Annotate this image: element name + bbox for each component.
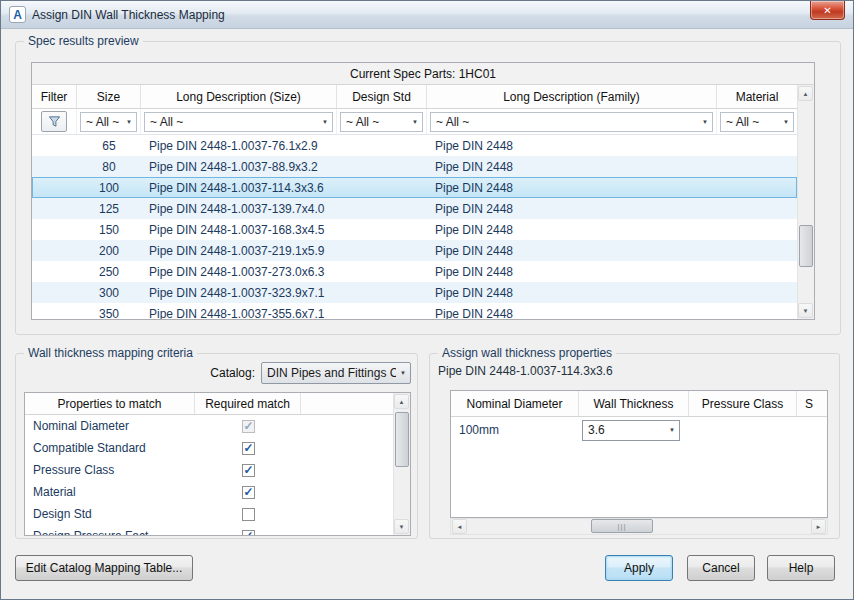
cell-size: 350 — [77, 303, 141, 319]
cell-size: 80 — [77, 156, 141, 177]
required-match-checkbox[interactable] — [242, 508, 255, 521]
selected-part-name: Pipe DIN 2448-1.0037-114.3x3.6 — [438, 364, 613, 378]
scrollbar-thumb[interactable] — [799, 225, 813, 267]
required-match-checkbox[interactable] — [242, 486, 255, 499]
property-label: Nominal Diameter — [25, 415, 195, 437]
criteria-vertical-scrollbar[interactable]: ▲ ▼ — [393, 393, 410, 535]
cell-design-std — [337, 282, 427, 303]
cell-long-description-size: Pipe DIN 2448-1.0037-273.0x6.3 — [141, 261, 337, 282]
cell-size: 200 — [77, 240, 141, 261]
column-header-pressure-class: Pressure Class — [689, 391, 797, 416]
assign-wall-thickness-properties-group: Assign wall thickness properties Pipe DI… — [429, 353, 840, 539]
column-header-filter: Filter — [32, 85, 77, 108]
cell-material — [717, 135, 797, 156]
required-match-checkbox — [242, 420, 255, 433]
apply-button[interactable]: Apply — [605, 555, 673, 581]
spec-row[interactable]: 65 Pipe DIN 2448-1.0037-76.1x2.9 Pipe DI… — [32, 135, 797, 156]
required-match-cell — [195, 437, 301, 459]
cell-long-description-size: Pipe DIN 2448-1.0037-219.1x5.9 — [141, 240, 337, 261]
long-description-family-filter-dropdown[interactable]: ~ All ~ ▼ — [430, 112, 713, 132]
criteria-row: Pressure Class — [25, 459, 393, 481]
property-label: Pressure Class — [25, 459, 195, 481]
scrollbar-thumb[interactable] — [395, 412, 409, 467]
required-match-checkbox[interactable] — [242, 530, 255, 536]
spec-vertical-scrollbar[interactable]: ▲ ▼ — [797, 85, 814, 319]
cell-wall-thickness: 3.6 ▼ — [579, 417, 689, 443]
assign-row: 100mm 3.6 ▼ — [451, 417, 827, 443]
spec-row[interactable]: 125 Pipe DIN 2448-1.0037-139.7x4.0 Pipe … — [32, 198, 797, 219]
spec-row-selected[interactable]: 100 Pipe DIN 2448-1.0037-114.3x3.6 Pipe … — [32, 177, 797, 198]
long-description-size-filter-dropdown[interactable]: ~ All ~ ▼ — [144, 112, 333, 132]
spec-row[interactable]: 250 Pipe DIN 2448-1.0037-273.0x6.3 Pipe … — [32, 261, 797, 282]
cell-design-std — [337, 198, 427, 219]
spacer-cell — [301, 437, 393, 459]
cell-long-description-size: Pipe DIN 2448-1.0037-355.6x7.1 — [141, 303, 337, 319]
assign-group-label: Assign wall thickness properties — [438, 346, 616, 360]
catalog-row: Catalog: DIN Pipes and Fittings C ▼ — [24, 362, 411, 384]
criteria-group-label: Wall thickness mapping criteria — [24, 346, 197, 360]
cell-size: 125 — [77, 198, 141, 219]
cell-design-std — [337, 156, 427, 177]
filter-cell-design-std: ~ All ~ ▼ — [337, 109, 427, 134]
spec-row[interactable]: 350 Pipe DIN 2448-1.0037-355.6x7.1 Pipe … — [32, 303, 797, 319]
required-match-checkbox[interactable] — [242, 442, 255, 455]
column-header-material: Material — [717, 85, 797, 108]
wall-thickness-dropdown[interactable]: 3.6 ▼ — [582, 420, 680, 441]
spec-results-preview-label: Spec results preview — [24, 34, 143, 48]
catalog-dropdown[interactable]: DIN Pipes and Fittings C ▼ — [261, 362, 411, 384]
spec-results-preview-group: Spec results preview Current Spec Parts:… — [15, 41, 841, 335]
close-button[interactable]: ✕ — [810, 1, 845, 20]
assign-horizontal-scrollbar[interactable]: ◄ ||| ► — [450, 518, 828, 535]
edit-catalog-mapping-table-button[interactable]: Edit Catalog Mapping Table... — [15, 555, 193, 581]
criteria-row: Compatible Standard — [25, 437, 393, 459]
scrollbar-thumb[interactable]: ||| — [591, 519, 653, 533]
cell-long-description-family: Pipe DIN 2448 — [427, 261, 717, 282]
criteria-row: Design Pressure Fact — [25, 525, 393, 535]
design-std-filter-dropdown[interactable]: ~ All ~ ▼ — [340, 112, 423, 132]
cell-design-std — [337, 303, 427, 319]
material-filter-dropdown[interactable]: ~ All ~ ▼ — [720, 112, 794, 132]
spec-column-header-row: Filter Size Long Description (Size) Desi… — [32, 85, 797, 109]
criteria-rows: Nominal Diameter Compatible Standard Pre… — [25, 415, 393, 535]
cell-filter — [32, 198, 77, 219]
scroll-right-icon[interactable]: ► — [811, 519, 826, 534]
spec-row[interactable]: 80 Pipe DIN 2448-1.0037-88.9x3.2 Pipe DI… — [32, 156, 797, 177]
column-header-size: Size — [77, 85, 141, 108]
catalog-label: Catalog: — [210, 366, 255, 380]
scroll-up-icon[interactable]: ▲ — [394, 394, 409, 409]
cell-long-description-size: Pipe DIN 2448-1.0037-76.1x2.9 — [141, 135, 337, 156]
filter-cell-material: ~ All ~ ▼ — [717, 109, 797, 134]
cell-filter — [32, 240, 77, 261]
required-match-checkbox[interactable] — [242, 464, 255, 477]
cell-filter — [32, 261, 77, 282]
spec-row[interactable]: 150 Pipe DIN 2448-1.0037-168.3x4.5 Pipe … — [32, 219, 797, 240]
cell-material — [717, 282, 797, 303]
assign-properties-table: Nominal Diameter Wall Thickness Pressure… — [450, 390, 828, 518]
required-match-cell — [195, 503, 301, 525]
spec-table-caption: Current Spec Parts: 1HC01 — [32, 63, 814, 85]
filter-funnel-button[interactable] — [41, 111, 67, 132]
help-button[interactable]: Help — [767, 555, 835, 581]
spacer-cell — [301, 459, 393, 481]
scroll-down-icon[interactable]: ▼ — [394, 519, 409, 534]
property-label: Design Pressure Fact — [25, 525, 195, 535]
cell-long-description-size: Pipe DIN 2448-1.0037-88.9x3.2 — [141, 156, 337, 177]
required-match-cell — [195, 481, 301, 503]
spec-row[interactable]: 300 Pipe DIN 2448-1.0037-323.9x7.1 Pipe … — [32, 282, 797, 303]
spec-parts-table: Current Spec Parts: 1HC01 Filter Size Lo… — [31, 62, 815, 320]
cell-long-description-family: Pipe DIN 2448 — [427, 303, 717, 319]
spec-rows: 65 Pipe DIN 2448-1.0037-76.1x2.9 Pipe DI… — [32, 135, 797, 319]
cancel-button[interactable]: Cancel — [687, 555, 755, 581]
spec-row[interactable]: 200 Pipe DIN 2448-1.0037-219.1x5.9 Pipe … — [32, 240, 797, 261]
autocad-app-icon: A — [9, 6, 26, 23]
cell-design-std — [337, 219, 427, 240]
cell-long-description-size: Pipe DIN 2448-1.0037-139.7x4.0 — [141, 198, 337, 219]
cell-pressure-class — [689, 417, 797, 443]
scroll-down-icon[interactable]: ▼ — [798, 303, 813, 318]
cell-size: 100 — [77, 177, 141, 198]
size-filter-dropdown[interactable]: ~ All ~ ▼ — [80, 112, 137, 132]
column-header-long-description-family: Long Description (Family) — [427, 85, 717, 108]
scroll-left-icon[interactable]: ◄ — [452, 519, 467, 534]
cell-design-std — [337, 135, 427, 156]
scroll-up-icon[interactable]: ▲ — [798, 86, 813, 101]
